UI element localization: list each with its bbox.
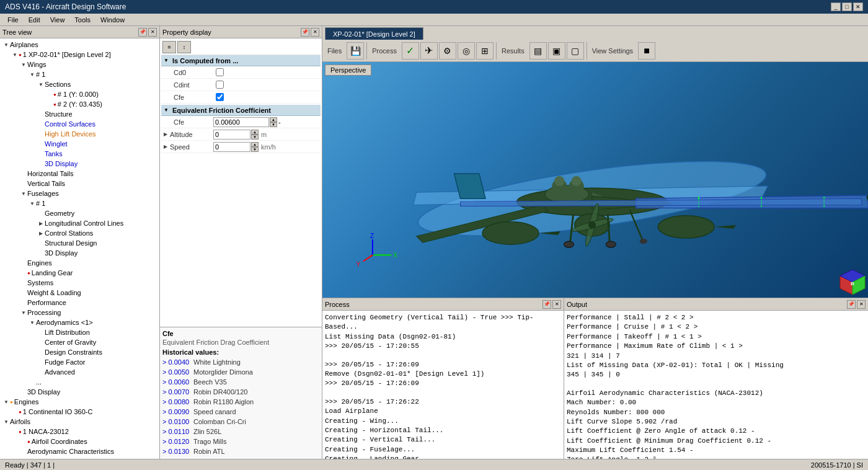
tree-arrow-long_ctrl[interactable]: ▶ [37,221,45,226]
tree-item-wing_3d[interactable]: 3D Display [1,159,158,169]
tree-item-performance[interactable]: Performance [1,298,158,308]
tree-item-proc_3d[interactable]: 3D Display [1,387,158,397]
tree-item-engine1[interactable]: ●1 Continental IO 360-C [1,407,158,417]
cfe-checkbox[interactable] [216,93,224,101]
tree-item-fus_3d[interactable]: 3D Display [1,248,158,258]
tree-item-geometry[interactable]: Geometry [1,208,158,218]
tree-item-high_lift[interactable]: High Lift Devices [1,129,158,139]
property-panel-controls[interactable]: 📌 ✕ [301,28,319,37]
menu-tools[interactable]: Tools [69,15,95,25]
tree-item-advanced[interactable]: Advanced [1,367,158,377]
tree-item-lift_dist[interactable]: Lift Distribution [1,327,158,337]
altitude-input[interactable] [213,130,250,140]
tree-item-xp0201[interactable]: ▼●1 XP-02-01* [Design Level 2] [1,50,158,60]
tree-item-systems[interactable]: Systems [1,278,158,288]
tree-item-tanks[interactable]: Tanks [1,149,158,159]
menu-file[interactable]: File [2,15,24,25]
tab-design-level[interactable]: XP-02-01* [Design Level 2] [325,27,423,40]
tree-item-naca23012[interactable]: ●1 NACA-23012 [1,427,158,437]
output-controls[interactable]: 📌 ✕ [847,300,866,309]
computed-from-section[interactable]: ▼ Is Computed from ... [161,55,321,66]
menu-edit[interactable]: Edit [24,15,45,25]
check-button[interactable]: ✓ [402,42,419,60]
tree-item-wings[interactable]: ▼Wings [1,60,158,69]
tree-item-winglet[interactable]: Winglet [1,139,158,149]
grid-button[interactable]: ⊞ [476,42,494,60]
tree-arrow-fuselages[interactable]: ▼ [20,191,27,197]
prop-btn-2[interactable]: ↕ [177,41,191,53]
tree-item-sections[interactable]: ▼Sections [1,79,158,89]
tree-item-center_grav[interactable]: Center of Gravity [1,337,158,347]
alt-spin-down[interactable]: ▼ [251,135,259,140]
tree-item-fus1[interactable]: ▼# 1 [1,198,158,208]
process-close[interactable]: ✕ [552,300,561,309]
tree-arrow-sections[interactable]: ▼ [37,82,45,87]
process-content[interactable]: Converting Geometry (Vertical Tail) - Tr… [322,311,564,459]
cd0-checkbox[interactable] [216,68,224,76]
tree-item-airfoils[interactable]: ▼Airfoils [1,417,158,427]
tree-item-horiz_tails[interactable]: Horizontal Tails [1,169,158,179]
cfe-spin-down[interactable]: ▼ [270,122,277,127]
cdint-checkbox[interactable] [216,81,224,89]
speed-spinner[interactable]: ▲ ▼ [251,142,259,152]
speed-spin-up[interactable]: ▲ [251,142,259,147]
tree-panel-controls[interactable]: 📌 ✕ [138,28,157,37]
cfe-input[interactable] [213,117,269,127]
altitude-arrow[interactable]: ▶ [164,131,170,137]
tree-item-control_surfaces[interactable]: Control Surfaces [1,119,158,129]
window-controls[interactable]: _ □ ✕ [831,2,863,11]
property-close[interactable]: ✕ [311,28,319,37]
stop-button[interactable]: ■ [638,42,655,60]
tree-arrow-engines_group[interactable]: ▼ [2,399,10,405]
frame-button[interactable]: ▢ [567,42,584,60]
tree-item-ctrl_stations[interactable]: ▶Control Stations [1,228,158,238]
tree-arrow-airfoils[interactable]: ▼ [2,419,10,425]
cfe-spinner[interactable]: ▲ ▼ [270,117,277,127]
cfe-spin-up[interactable]: ▲ [270,117,277,122]
property-pin[interactable]: 📌 [301,28,309,37]
speed-input[interactable] [213,142,250,152]
tree-item-weight_loading[interactable]: Weight & Loading [1,288,158,298]
tree-item-design_const[interactable]: Design Constraints [1,347,158,357]
tree-arrow-wing1[interactable]: ▼ [29,72,36,78]
aircraft-button[interactable]: ✈ [420,42,438,60]
tree-arrow-wings[interactable]: ▼ [20,62,27,68]
process-controls[interactable]: 📌 ✕ [542,300,561,309]
tree-arrow-fus1[interactable]: ▼ [29,201,36,206]
speed-arrow[interactable]: ▶ [164,144,170,149]
tree-arrow-ctrl_stations[interactable]: ▶ [37,231,45,236]
menu-window[interactable]: Window [95,15,130,25]
gear-button[interactable]: ⚙ [439,42,456,60]
tree-item-engines_tree[interactable]: Engines [1,258,158,268]
tree-content[interactable]: ▼Airplanes▼●1 XP-02-01* [Design Level 2]… [0,38,159,459]
tree-item-landing_gear[interactable]: ●Landing Gear [1,268,158,278]
tree-panel-close[interactable]: ✕ [148,28,157,37]
tree-item-sec2[interactable]: ●# 2 (Y: 03.435) [1,99,158,109]
table-button[interactable]: ▤ [529,42,547,60]
tree-item-vert_tails[interactable]: Vertical Tails [1,179,158,188]
tree-arrow-airplanes[interactable]: ▼ [2,42,10,48]
tree-item-long_ctrl[interactable]: ▶Longitudinal Control Lines [1,218,158,228]
tree-item-processing[interactable]: ▼Processing [1,308,158,317]
tree-panel-pin[interactable]: 📌 [138,28,147,37]
tree-arrow-aero1[interactable]: ▼ [29,320,36,326]
speed-spin-down[interactable]: ▼ [251,147,259,152]
alt-spin-up[interactable]: ▲ [251,130,259,135]
tree-item-structure[interactable]: Structure [1,109,158,119]
tree-item-wing1[interactable]: ▼# 1 [1,69,158,79]
tree-item-airfoil_coord[interactable]: ●Airfoil Coordinates [1,437,158,446]
tree-item-aero_char[interactable]: Aerodynamic Characteristics [1,446,158,456]
tree-item-fuselages[interactable]: ▼Fuselages [1,188,158,198]
output-pin[interactable]: 📌 [847,300,856,309]
tree-item-airplanes[interactable]: ▼Airplanes [1,40,158,50]
minimize-button[interactable]: _ [831,2,841,11]
save-button[interactable]: 💾 [347,42,364,60]
prop-btn-1[interactable]: ≡ [162,41,176,53]
tree-item-ellipsis[interactable]: ... [1,377,158,387]
process-pin[interactable]: 📌 [542,300,551,309]
tree-item-sec1[interactable]: ●# 1 (Y: 0.000) [1,89,158,99]
equiv-friction-section[interactable]: ▼ Equivalent Friction Coefficient [161,105,321,116]
output-content[interactable]: Performance | Stall | # 2 < 2 >Performan… [564,311,868,459]
altitude-spinner[interactable]: ▲ ▼ [251,130,259,140]
tree-item-struct_design[interactable]: Structural Design [1,238,158,248]
